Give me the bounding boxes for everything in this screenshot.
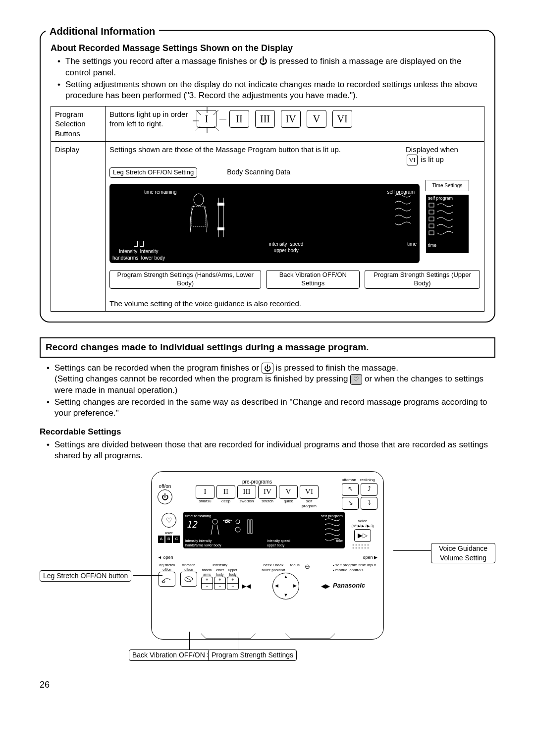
- svg-rect-11: [217, 203, 224, 206]
- svg-point-20: [236, 520, 240, 524]
- self-program-icons: [394, 193, 415, 227]
- svg-point-30: [353, 547, 354, 549]
- voice-button[interactable]: ▶▷: [354, 529, 371, 542]
- svg-rect-13: [429, 203, 434, 207]
- display-panel-graphic: time remaining self program: [109, 184, 420, 263]
- user-c[interactable]: C: [173, 536, 180, 542]
- body-silhouette-icon: [174, 193, 273, 242]
- svg-point-25: [356, 544, 357, 546]
- brand-logo: Panasonic: [333, 582, 377, 590]
- record-header: Record changes made to individual settin…: [40, 337, 495, 358]
- prog-v[interactable]: V: [279, 485, 298, 499]
- lcd-display: time remaining self program 12 OK: [183, 512, 345, 548]
- svg-rect-16: [429, 224, 434, 228]
- program-buttons: I II III IV V VI: [172, 485, 342, 499]
- intensity-hands-plus[interactable]: +: [202, 577, 213, 584]
- psh-label: Program Strength Settings (Hands/Arms, L…: [109, 270, 261, 289]
- svg-point-32: [359, 547, 360, 549]
- lcd-selfprog-icons: [324, 518, 342, 540]
- heart-icon: ♡: [350, 374, 362, 385]
- prog-ii[interactable]: II: [216, 485, 235, 499]
- about-subheading: About Recorded Massage Settings Shown on…: [51, 43, 484, 54]
- display-content: Settings shown are those of the Massage …: [106, 142, 484, 311]
- inner-table: Program Selection Buttons Buttons light …: [51, 106, 484, 312]
- roman-ii: II: [229, 110, 249, 128]
- svg-point-35: [368, 547, 369, 549]
- svg-point-27: [362, 544, 363, 546]
- roman-iii: III: [255, 110, 275, 128]
- intensity-upper-minus[interactable]: −: [227, 584, 238, 590]
- bullet-1: The settings you record after a massage …: [59, 56, 484, 78]
- bullet-2: Setting adjustments shown on the display…: [59, 79, 484, 101]
- roman-v: V: [307, 110, 326, 128]
- program-selection-label: Program Selection Buttons: [51, 107, 106, 142]
- rays-icon: [190, 104, 224, 134]
- volume-note: The volume setting of the voice guidance…: [109, 299, 480, 309]
- record-b3: Settings are divided between those that …: [49, 439, 495, 461]
- prog-iii[interactable]: III: [237, 485, 256, 499]
- svg-rect-23: [251, 520, 252, 534]
- recordable-subhead: Recordable Settings: [40, 427, 495, 437]
- user-b[interactable]: B: [165, 536, 172, 542]
- voice-dots-icon: [350, 543, 375, 552]
- reclining-down[interactable]: ⤵: [361, 497, 377, 510]
- prog-iv[interactable]: IV: [258, 485, 277, 499]
- prog-i[interactable]: I: [196, 485, 214, 499]
- record-bullets: Settings can be recorded when the progra…: [40, 363, 495, 419]
- svg-text:OK: OK: [225, 520, 230, 523]
- reclining-up[interactable]: ⤴: [361, 483, 377, 496]
- intensity-lower-plus[interactable]: +: [214, 577, 225, 584]
- displayed-when: Displayed when: [406, 145, 458, 154]
- dpad[interactable]: ◀ ▶: [272, 573, 299, 599]
- svg-point-31: [356, 547, 357, 549]
- svg-rect-15: [429, 217, 434, 221]
- width-wide[interactable]: ◀▶: [321, 583, 330, 591]
- panel-notches: [152, 634, 384, 640]
- program-selection-content: Buttons light up in order from left to r…: [106, 107, 484, 142]
- intensity-upper-plus[interactable]: +: [227, 577, 238, 584]
- bvib-label: Back Vibration OFF/ON Settings: [266, 270, 360, 289]
- width-narrow[interactable]: ▶◀: [242, 583, 251, 591]
- box-title: Additional Information: [46, 25, 159, 38]
- svg-line-38: [186, 578, 191, 581]
- page-number: 26: [40, 679, 495, 691]
- roman-vi-sm: VI: [407, 155, 418, 165]
- svg-point-28: [365, 544, 366, 546]
- svg-point-24: [353, 544, 354, 546]
- svg-rect-12: [217, 227, 224, 230]
- svg-point-34: [365, 547, 366, 549]
- roman-iv: IV: [281, 110, 301, 128]
- roman-vi: VI: [332, 110, 352, 128]
- control-panel-diagram: off/on ⏻ pre-programs I II III IV V VI s…: [151, 471, 384, 640]
- lcd-body-icon: OK: [208, 518, 268, 538]
- ottoman-down[interactable]: ↘: [342, 497, 359, 510]
- heart-button[interactable]: ♡: [161, 513, 176, 528]
- power-button[interactable]: ⏻: [158, 489, 172, 504]
- time-settings-box: Time Settings: [426, 180, 469, 191]
- recordable-bullets: Settings are divided between those that …: [40, 439, 495, 461]
- intensity-lower-minus[interactable]: −: [214, 584, 225, 590]
- svg-rect-14: [429, 210, 434, 214]
- body-scan-label: Body Scanning Data: [227, 167, 290, 178]
- svg-point-36: [162, 581, 165, 583]
- leg-stretch-button[interactable]: [159, 572, 175, 587]
- ottoman-up[interactable]: ↖: [342, 483, 359, 496]
- vibration-icon: [183, 575, 194, 584]
- prog-vi[interactable]: VI: [300, 485, 319, 499]
- side-preview-icons: [428, 201, 466, 241]
- open-row: ◄ open open ▶: [158, 555, 377, 561]
- intensity-hands-minus[interactable]: −: [202, 584, 213, 590]
- additional-info-box: Additional Information About Recorded Ma…: [40, 30, 495, 323]
- svg-point-29: [368, 544, 369, 546]
- user-a[interactable]: A: [158, 536, 164, 542]
- side-preview: self program time: [426, 194, 469, 254]
- display-row: Display Settings shown are those of the …: [51, 142, 484, 311]
- program-selection-row: Program Selection Buttons Buttons light …: [51, 107, 484, 142]
- svg-point-33: [362, 547, 363, 549]
- leg-stretch-label: Leg Stretch OFF/ON Setting: [109, 167, 197, 178]
- svg-line-2: [214, 110, 218, 115]
- vibration-button[interactable]: [180, 572, 197, 587]
- leg-stretch-icon: [161, 575, 172, 584]
- callout-leg: Leg Stretch OFF/ON button: [40, 570, 131, 581]
- display-top-note: Settings shown are those of the Massage …: [109, 145, 341, 155]
